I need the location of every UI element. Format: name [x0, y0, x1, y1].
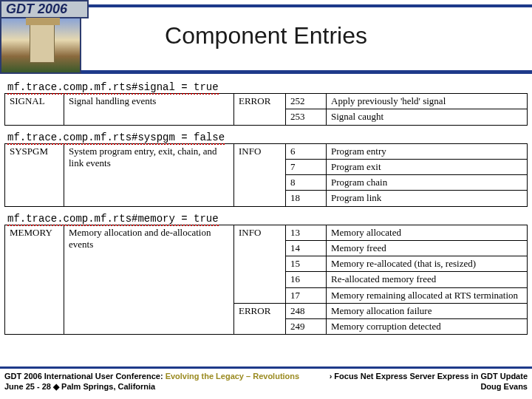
gdt-badge: GDT 2006: [0, 0, 89, 74]
memory-table: MEMORY Memory allocation and de-allocati…: [4, 225, 528, 335]
footer-session: › Focus Net Express Server Express in GD…: [330, 372, 528, 381]
comp-desc: Signal handling events: [64, 94, 234, 126]
comp-code: 14: [286, 240, 327, 256]
comp-note: Memory corruption detected: [327, 319, 528, 335]
comp-code: 252: [286, 94, 327, 109]
comp-code: 18: [286, 191, 327, 206]
comp-code: 248: [286, 303, 327, 318]
comp-note: Program link: [327, 191, 528, 206]
comp-code: 16: [286, 272, 327, 287]
footer-speaker: Doug Evans: [480, 382, 528, 391]
comp-level: INFO: [234, 143, 286, 206]
comp-desc: System program entry, exit, chain, and l…: [64, 143, 234, 206]
comp-code: 8: [286, 175, 327, 191]
footer-conf-prefix: GDT 2006 International User Conference:: [4, 372, 166, 381]
footer-conf-accent: Evolving the Legacy – Revolutions: [166, 372, 300, 381]
footer-conf-line2: June 25 - 28 ◆ Palm Springs, California: [4, 382, 155, 391]
content-area: mf.trace.comp.mf.rts#signal = true SIGNA…: [4, 80, 528, 365]
comp-code: 253: [286, 109, 327, 125]
comp-note: Memory allocation failure: [327, 303, 528, 318]
tower-icon: [30, 23, 55, 63]
comp-code: 6: [286, 143, 327, 159]
footer: GDT 2006 International User Conference: …: [0, 366, 532, 396]
comp-note: Program entry: [327, 143, 528, 159]
comp-desc: Memory allocation and de-allocation even…: [64, 225, 234, 335]
comp-name: SIGNAL: [5, 94, 64, 126]
comp-level: INFO: [234, 225, 286, 303]
comp-code: 15: [286, 256, 327, 272]
comp-code: 13: [286, 225, 327, 240]
comp-note: Memory remaining allocated at RTS termin…: [327, 287, 528, 303]
comp-note: Re-allocated memory freed: [327, 272, 528, 287]
config-line: mf.trace.comp.mf.rts#syspgm = false: [7, 132, 528, 143]
comp-note: Memory allocated: [327, 225, 528, 240]
comp-level: ERROR: [234, 94, 286, 126]
comp-name: SYSPGM: [5, 143, 64, 206]
footer-left: GDT 2006 International User Conference: …: [4, 372, 299, 392]
footer-right: › Focus Net Express Server Express in GD…: [330, 372, 528, 392]
config-line: mf.trace.comp.mf.rts#memory = true: [7, 213, 528, 225]
badge-image: [0, 18, 81, 74]
comp-note: Program exit: [327, 159, 528, 174]
comp-note: Memory re-allocated (that is, resized): [327, 256, 528, 272]
table-row: SYSPGM System program entry, exit, chain…: [5, 143, 528, 159]
table-row: SIGNAL Signal handling events ERROR 252 …: [5, 94, 528, 109]
syspgm-table: SYSPGM System program entry, exit, chain…: [4, 143, 528, 207]
comp-code: 249: [286, 319, 327, 335]
table-row: MEMORY Memory allocation and de-allocati…: [5, 225, 528, 240]
badge-text: GDT 2006: [0, 0, 89, 18]
signal-table: SIGNAL Signal handling events ERROR 252 …: [4, 93, 528, 126]
config-line: mf.trace.comp.mf.rts#signal = true: [7, 81, 528, 93]
comp-code: 17: [286, 287, 327, 303]
comp-level: ERROR: [234, 303, 286, 335]
comp-note: Signal caught: [327, 109, 528, 125]
comp-note: Memory freed: [327, 240, 528, 256]
comp-name: MEMORY: [5, 225, 64, 335]
comp-note: Apply previously 'held' signal: [327, 94, 528, 109]
comp-note: Program chain: [327, 175, 528, 191]
comp-code: 7: [286, 159, 327, 174]
